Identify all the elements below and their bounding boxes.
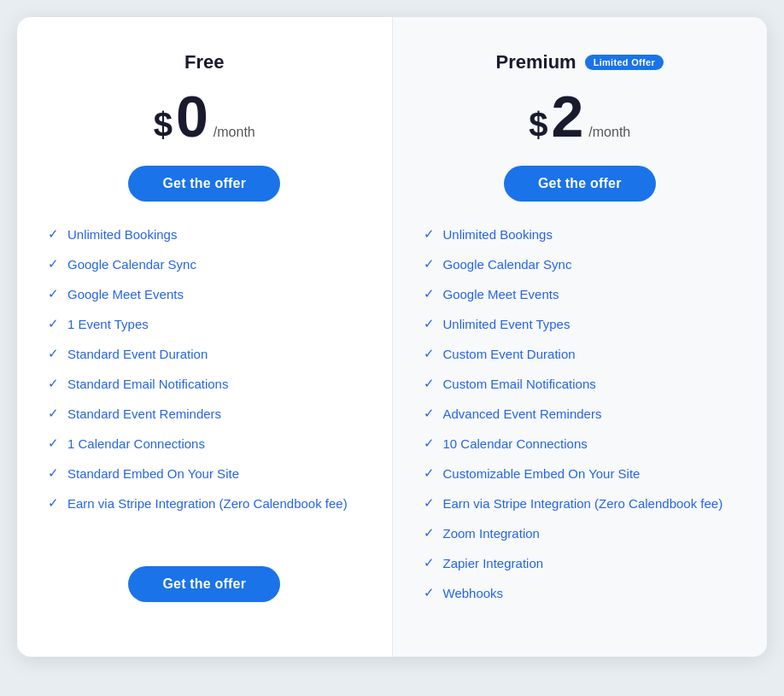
list-item: ✓Unlimited Bookings	[424, 225, 737, 243]
list-item: ✓Unlimited Bookings	[48, 225, 361, 243]
list-item: ✓10 Calendar Connections	[424, 435, 737, 453]
feature-text: 1 Calendar Connections	[67, 435, 205, 453]
check-icon: ✓	[48, 495, 59, 511]
check-icon: ✓	[48, 436, 59, 451]
premium-price-row: $ 2 /month	[529, 87, 630, 145]
premium-price-period: /month	[588, 125, 630, 140]
list-item: ✓Earn via Stripe Integration (Zero Calen…	[424, 494, 737, 512]
check-icon: ✓	[424, 495, 435, 511]
check-icon: ✓	[48, 226, 59, 242]
feature-text: Zoom Integration	[443, 524, 540, 542]
list-item: ✓Google Calendar Sync	[424, 255, 737, 273]
check-icon: ✓	[48, 256, 59, 272]
feature-text: Unlimited Bookings	[443, 225, 553, 243]
check-icon: ✓	[424, 585, 435, 600]
list-item: ✓Unlimited Event Types	[424, 315, 737, 333]
check-icon: ✓	[424, 346, 435, 361]
premium-plan-title: Premium	[495, 51, 576, 73]
check-icon: ✓	[424, 555, 435, 570]
check-icon: ✓	[48, 406, 59, 421]
check-icon: ✓	[424, 256, 435, 272]
feature-text: Custom Event Duration	[443, 345, 576, 363]
check-icon: ✓	[424, 376, 435, 391]
feature-text: 10 Calendar Connections	[443, 435, 588, 453]
feature-text: Zapier Integration	[443, 554, 544, 572]
list-item: ✓Standard Email Notifications	[48, 375, 361, 393]
feature-text: Standard Event Duration	[67, 345, 208, 363]
feature-text: Standard Embed On Your Site	[67, 465, 239, 483]
list-item: ✓1 Calendar Connections	[48, 435, 361, 453]
check-icon: ✓	[424, 226, 435, 242]
check-icon: ✓	[48, 286, 59, 301]
list-item: ✓Google Meet Events	[424, 285, 737, 303]
list-item: ✓Standard Event Duration	[48, 345, 361, 363]
check-icon: ✓	[424, 316, 435, 331]
list-item: ✓Standard Embed On Your Site	[48, 465, 361, 483]
premium-plan-card: Premium Limited Offer $ 2 /month Get the…	[393, 17, 768, 657]
list-item: ✓1 Event Types	[48, 315, 361, 333]
free-price-dollar: $	[154, 106, 173, 144]
list-item: ✓Earn via Stripe Integration (Zero Calen…	[48, 494, 361, 512]
check-icon: ✓	[424, 465, 435, 481]
free-plan-card: Free $ 0 /month Get the offer ✓Unlimited…	[17, 17, 393, 657]
free-price-amount: 0	[176, 87, 208, 145]
premium-price-amount: 2	[552, 87, 584, 145]
free-plan-title: Free	[184, 51, 224, 73]
feature-text: Advanced Event Reminders	[443, 405, 602, 423]
feature-text: Google Meet Events	[67, 285, 184, 303]
feature-text: 1 Event Types	[67, 315, 149, 333]
feature-text: Unlimited Event Types	[443, 315, 570, 333]
free-plan-title-row: Free	[184, 51, 224, 73]
list-item: ✓Google Meet Events	[48, 285, 361, 303]
list-item: ✓Standard Event Reminders	[48, 405, 361, 423]
check-icon: ✓	[48, 316, 59, 331]
list-item: ✓Webhooks	[424, 584, 737, 602]
feature-text: Webhooks	[443, 584, 504, 602]
feature-text: Unlimited Bookings	[67, 225, 177, 243]
check-icon: ✓	[48, 346, 59, 361]
feature-text: Customizable Embed On Your Site	[443, 465, 641, 483]
list-item: ✓Custom Event Duration	[424, 345, 737, 363]
check-icon: ✓	[424, 525, 435, 541]
feature-text: Earn via Stripe Integration (Zero Calend…	[443, 494, 723, 512]
feature-text: Custom Email Notifications	[443, 375, 596, 393]
feature-text: Google Calendar Sync	[67, 255, 196, 273]
free-price-period: /month	[214, 125, 255, 140]
feature-text: Standard Event Reminders	[67, 405, 221, 423]
premium-price-dollar: $	[529, 106, 547, 144]
list-item: ✓Zoom Integration	[424, 524, 737, 542]
premium-features-list: ✓Unlimited Bookings✓Google Calendar Sync…	[424, 225, 737, 602]
check-icon: ✓	[48, 376, 59, 391]
feature-text: Google Meet Events	[443, 285, 559, 303]
free-features-list: ✓Unlimited Bookings✓Google Calendar Sync…	[48, 225, 361, 512]
premium-plan-title-row: Premium Limited Offer	[495, 51, 664, 73]
feature-text: Standard Email Notifications	[67, 375, 228, 393]
check-icon: ✓	[48, 465, 59, 481]
list-item: ✓Advanced Event Reminders	[424, 405, 737, 423]
list-item: ✓Custom Email Notifications	[424, 375, 737, 393]
list-item: ✓Google Calendar Sync	[48, 255, 361, 273]
feature-text: Google Calendar Sync	[443, 255, 572, 273]
free-price-row: $ 0 /month	[154, 87, 255, 145]
check-icon: ✓	[424, 286, 435, 301]
feature-text: Earn via Stripe Integration (Zero Calend…	[67, 494, 348, 512]
list-item: ✓Zapier Integration	[424, 554, 737, 572]
free-get-offer-button[interactable]: Get the offer	[128, 166, 280, 202]
free-bottom-btn-area: Get the offer	[48, 558, 361, 626]
limited-offer-badge: Limited Offer	[585, 55, 664, 70]
premium-get-offer-button[interactable]: Get the offer	[504, 166, 656, 202]
check-icon: ✓	[424, 406, 435, 421]
pricing-container: Free $ 0 /month Get the offer ✓Unlimited…	[17, 17, 767, 657]
check-icon: ✓	[424, 436, 435, 451]
free-get-offer-bottom-button[interactable]: Get the offer	[128, 566, 280, 602]
list-item: ✓Customizable Embed On Your Site	[424, 465, 737, 483]
